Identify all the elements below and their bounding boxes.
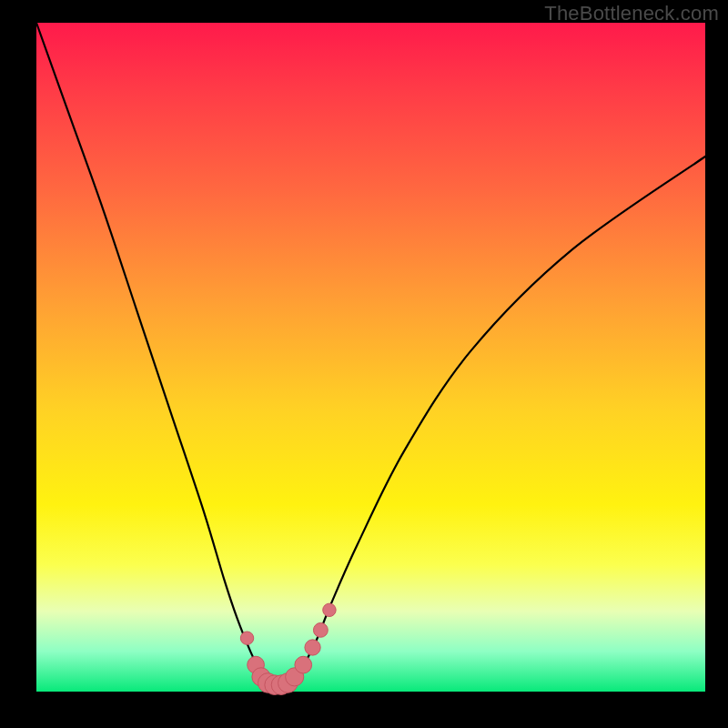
curve-marker bbox=[313, 622, 328, 637]
curve-marker bbox=[323, 603, 336, 616]
curve-marker bbox=[305, 640, 320, 655]
bottleneck-curve bbox=[36, 23, 705, 692]
plot-area bbox=[36, 23, 705, 692]
curve-marker bbox=[295, 656, 312, 673]
curve-marker bbox=[240, 632, 253, 644]
watermark-text: TheBottleneck.com bbox=[544, 2, 719, 25]
frame: TheBottleneck.com bbox=[0, 0, 728, 728]
